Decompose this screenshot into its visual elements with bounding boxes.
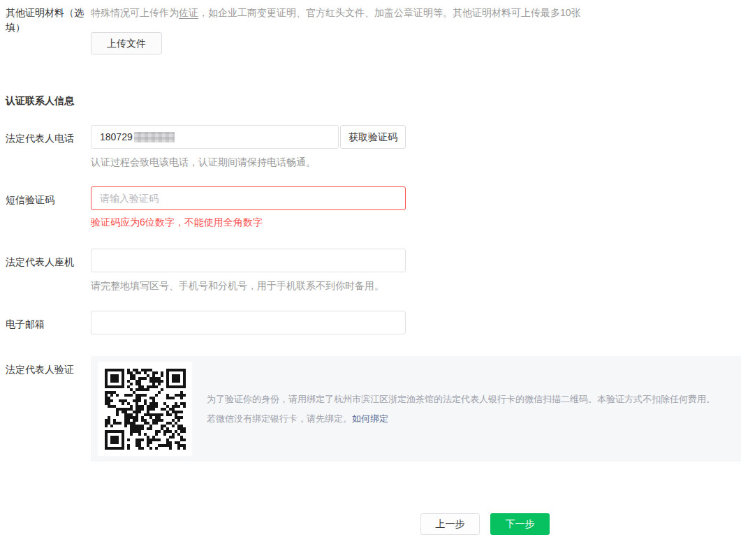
qr-code-box	[98, 362, 192, 456]
phone-help-text: 认证过程会致电该电话，认证期间请保持电话畅通。	[91, 155, 741, 169]
tip-term: 佐证	[179, 7, 198, 19]
email-label: 电子邮箱	[0, 311, 91, 332]
landline-row: 法定代表人座机 请完整地填写区号、手机号和分机号，用于手机联系不到你时备用。	[0, 249, 741, 293]
other-materials-label: 其他证明材料（选填）	[0, 6, 91, 35]
sms-code-row: 短信验证码 验证码应为6位数字，不能使用全角数字	[0, 186, 741, 229]
certification-form-page: 其他证明材料（选填） 特殊情况可上传作为佐证，如企业工商变更证明、官方红头文件、…	[0, 6, 741, 560]
landline-help-text: 请完整地填写区号、手机号和分机号，用于手机联系不到你时备用。	[91, 279, 741, 293]
previous-step-button[interactable]: 上一步	[420, 513, 480, 535]
sms-code-error: 验证码应为6位数字，不能使用全角数字	[91, 215, 741, 229]
landline-label: 法定代表人座机	[0, 249, 91, 270]
verification-description: 为了验证你的身份，请用绑定了杭州市滨江区浙定渔茶馆的法定代表人银行卡的微信扫描二…	[207, 390, 715, 429]
tip-suffix: ，如企业工商变更证明、官方红头文件、加盖公章证明等。其他证明材料可上传最多10张	[198, 7, 581, 18]
qr-code-icon	[105, 369, 186, 450]
landline-input[interactable]	[91, 249, 406, 272]
phone-label: 法定代表人电话	[0, 125, 91, 146]
next-step-button[interactable]: 下一步	[490, 513, 550, 535]
other-materials-tip: 特殊情况可上传作为佐证，如企业工商变更证明、官方红头文件、加盖公章证明等。其他证…	[91, 6, 741, 20]
verification-label: 法定代表人验证	[0, 356, 91, 377]
footer-actions: 上一步 下一步	[0, 513, 741, 535]
upload-file-button[interactable]: 上传文件	[91, 32, 162, 54]
sms-code-label: 短信验证码	[0, 186, 91, 207]
verification-line2: 若微信没有绑定银行卡，请先绑定。如何绑定	[207, 409, 715, 429]
verification-line1: 为了验证你的身份，请用绑定了杭州市滨江区浙定渔茶馆的法定代表人银行卡的微信扫描二…	[207, 390, 715, 409]
how-to-bind-link[interactable]: 如何绑定	[352, 413, 388, 424]
sms-code-input[interactable]	[91, 186, 406, 210]
get-code-button[interactable]: 获取验证码	[340, 125, 406, 149]
email-input[interactable]	[91, 311, 406, 334]
phone-row: 法定代表人电话 180729 获取验证码 认证过程会致电该电话，认证期间请保持电…	[0, 125, 741, 169]
verification-line2-text: 若微信没有绑定银行卡，请先绑定。	[207, 413, 352, 424]
email-row: 电子邮箱	[0, 311, 741, 334]
other-materials-row: 其他证明材料（选填） 特殊情况可上传作为佐证，如企业工商变更证明、官方红头文件、…	[0, 6, 741, 54]
verification-panel: 为了验证你的身份，请用绑定了杭州市滨江区浙定渔茶馆的法定代表人银行卡的微信扫描二…	[91, 356, 741, 462]
phone-masked-digits	[134, 132, 175, 142]
tip-prefix: 特殊情况可上传作为	[91, 7, 179, 18]
phone-value: 180729	[100, 131, 133, 142]
verification-row: 法定代表人验证 为了验证你的身份，请用绑定了杭州市滨江区浙定渔茶馆的法定代表人银…	[0, 356, 741, 462]
contact-info-section-title: 认证联系人信息	[0, 95, 741, 106]
phone-input[interactable]: 180729	[91, 125, 339, 149]
